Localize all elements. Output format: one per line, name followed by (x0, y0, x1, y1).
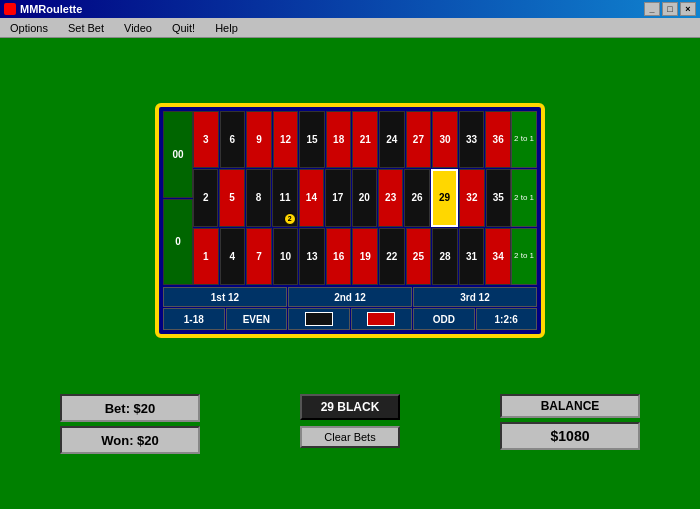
cell-11[interactable]: 112 (272, 169, 297, 226)
cell-7[interactable]: 7 (246, 228, 272, 285)
won-display: Won: $20 (60, 426, 200, 454)
cell-28[interactable]: 28 (432, 228, 458, 285)
third-dozen[interactable]: 3rd 12 (413, 287, 537, 307)
two-to-one-bot[interactable]: 2 to 1 (511, 228, 537, 285)
zero-cell[interactable]: 0 (163, 199, 193, 286)
bet-red[interactable] (351, 308, 413, 330)
cell-23[interactable]: 23 (378, 169, 403, 226)
cell-12[interactable]: 12 (273, 111, 299, 168)
cell-6[interactable]: 6 (220, 111, 246, 168)
main-content: 00 0 3 6 9 12 15 18 21 24 27 (0, 38, 700, 509)
title-bar-buttons[interactable]: _ □ × (644, 2, 696, 16)
app-title: MMRoulette (20, 3, 82, 15)
double-zero-cell[interactable]: 00 (163, 111, 193, 198)
cell-19[interactable]: 19 (352, 228, 378, 285)
info-panels: Bet: $20 Won: $20 29 BLACK Clear Bets BA… (0, 394, 700, 454)
cell-27[interactable]: 27 (406, 111, 432, 168)
bet-odd[interactable]: ODD (413, 308, 475, 330)
cell-15[interactable]: 15 (299, 111, 325, 168)
app-icon (4, 3, 16, 15)
red-chip (367, 312, 395, 326)
close-button[interactable]: × (680, 2, 696, 16)
bet-black[interactable] (288, 308, 350, 330)
cell-22[interactable]: 22 (379, 228, 405, 285)
bet-1-18[interactable]: 1-18 (163, 308, 225, 330)
bottom-section: 1st 12 2nd 12 3rd 12 1-18 EVEN ODD 1:2:6 (163, 287, 537, 330)
cell-35[interactable]: 35 (486, 169, 511, 226)
cell-4[interactable]: 4 (220, 228, 246, 285)
two-to-one-column: 2 to 1 2 to 1 2 to 1 (511, 111, 537, 285)
roulette-table: 00 0 3 6 9 12 15 18 21 24 27 (155, 103, 545, 338)
cell-3[interactable]: 3 (193, 111, 219, 168)
cell-1[interactable]: 1 (193, 228, 219, 285)
second-dozen[interactable]: 2nd 12 (288, 287, 412, 307)
cell-26[interactable]: 26 (404, 169, 429, 226)
balance-value: $1080 (500, 422, 640, 450)
balance-label: BALANCE (500, 394, 640, 418)
menu-quit[interactable]: Quit! (166, 21, 201, 35)
number-row-2: 2 5 8 112 14 17 20 23 26 29 32 35 (193, 169, 511, 226)
table-inner: 00 0 3 6 9 12 15 18 21 24 27 (163, 111, 537, 330)
cell-31[interactable]: 31 (459, 228, 485, 285)
bet-even[interactable]: EVEN (226, 308, 288, 330)
title-bar: MMRoulette _ □ × (0, 0, 700, 18)
number-row-3: 1 4 7 10 13 16 19 22 25 28 31 34 (193, 228, 511, 285)
result-button[interactable]: 29 BLACK (300, 394, 400, 420)
maximize-button[interactable]: □ (662, 2, 678, 16)
cell-2[interactable]: 2 (193, 169, 218, 226)
menu-video[interactable]: Video (118, 21, 158, 35)
cell-8[interactable]: 8 (246, 169, 271, 226)
number-row-1: 3 6 9 12 15 18 21 24 27 30 33 36 (193, 111, 511, 168)
cell-9[interactable]: 9 (246, 111, 272, 168)
bet-display: Bet: $20 (60, 394, 200, 422)
menu-set-bet[interactable]: Set Bet (62, 21, 110, 35)
outside-row: 1-18 EVEN ODD 1:2:6 (163, 308, 537, 330)
dozen-row: 1st 12 2nd 12 3rd 12 (163, 287, 537, 307)
cell-24[interactable]: 24 (379, 111, 405, 168)
cell-18[interactable]: 18 (326, 111, 352, 168)
menu-help[interactable]: Help (209, 21, 244, 35)
cell-25[interactable]: 25 (406, 228, 432, 285)
bet-1-2-6[interactable]: 1:2:6 (476, 308, 538, 330)
cell-36[interactable]: 36 (485, 111, 511, 168)
clear-bets-button[interactable]: Clear Bets (300, 426, 400, 448)
cell-20[interactable]: 20 (352, 169, 377, 226)
minimize-button[interactable]: _ (644, 2, 660, 16)
cell-13[interactable]: 13 (299, 228, 325, 285)
menu-options[interactable]: Options (4, 21, 54, 35)
cell-32[interactable]: 32 (459, 169, 484, 226)
cell-30[interactable]: 30 (432, 111, 458, 168)
cell-14[interactable]: 14 (299, 169, 324, 226)
left-panel: Bet: $20 Won: $20 (60, 394, 200, 454)
numbers-grid: 3 6 9 12 15 18 21 24 27 30 33 36 (193, 111, 511, 285)
cell-5[interactable]: 5 (219, 169, 244, 226)
grid-area: 00 0 3 6 9 12 15 18 21 24 27 (163, 111, 537, 285)
center-panel: 29 BLACK Clear Bets (300, 394, 400, 454)
right-panel: BALANCE $1080 (500, 394, 640, 454)
black-chip (305, 312, 333, 326)
cell-29[interactable]: 29 (431, 169, 458, 226)
zero-column: 00 0 (163, 111, 193, 285)
cell-33[interactable]: 33 (459, 111, 485, 168)
two-to-one-top[interactable]: 2 to 1 (511, 111, 537, 168)
cell-21[interactable]: 21 (352, 111, 378, 168)
cell-17[interactable]: 17 (325, 169, 350, 226)
first-dozen[interactable]: 1st 12 (163, 287, 287, 307)
title-bar-left: MMRoulette (4, 3, 82, 15)
chip-on-11: 2 (284, 213, 296, 225)
cell-16[interactable]: 16 (326, 228, 352, 285)
menu-bar: Options Set Bet Video Quit! Help (0, 18, 700, 38)
two-to-one-mid[interactable]: 2 to 1 (511, 169, 537, 226)
cell-10[interactable]: 10 (273, 228, 299, 285)
cell-34[interactable]: 34 (485, 228, 511, 285)
